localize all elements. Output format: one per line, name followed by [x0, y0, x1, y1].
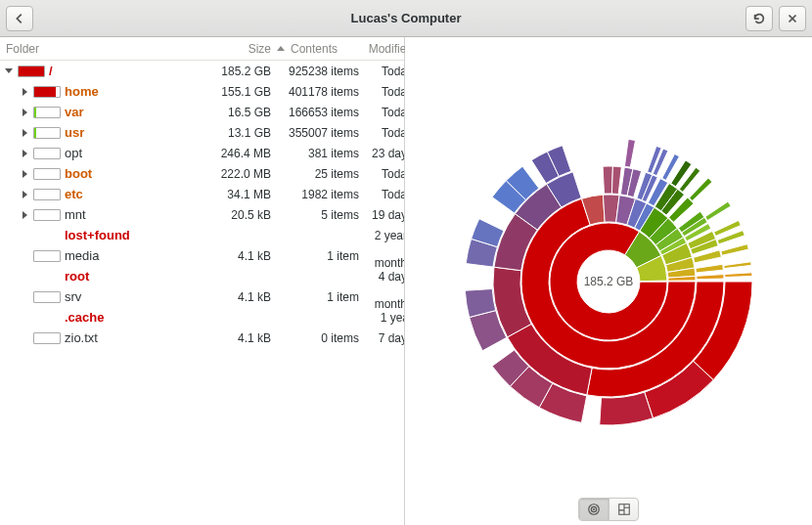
chart-segment[interactable]: [705, 201, 731, 220]
cell-contents: 1 item: [287, 249, 365, 263]
tree-row[interactable]: usr13.1 GB355007 itemsToday: [0, 122, 404, 143]
folder-tree-pane: Folder Size Contents Modified /185.2 GB9…: [0, 37, 405, 525]
folder-name: boot: [65, 166, 92, 181]
rings-view-icon: [587, 503, 601, 516]
cell-modified: 1 year: [365, 311, 404, 325]
folder-name: mnt: [65, 207, 86, 222]
usage-bar: [33, 86, 61, 98]
chevron-right-icon: [23, 191, 27, 198]
chart-segment[interactable]: [603, 166, 612, 194]
back-button[interactable]: [6, 6, 33, 31]
refresh-button[interactable]: [745, 6, 773, 31]
expander[interactable]: [4, 68, 14, 73]
chart-segment[interactable]: [624, 139, 635, 167]
usage-bar: [33, 127, 61, 139]
expander[interactable]: [20, 129, 29, 137]
cell-size: 155.1 GB: [214, 85, 275, 99]
folder-name: srv: [65, 289, 81, 304]
chevron-right-icon: [23, 150, 27, 157]
expander[interactable]: [20, 109, 29, 116]
tree-row[interactable]: zio.txt4.1 kB0 items7 days: [0, 328, 404, 348]
cell-modified: 4 months: [365, 242, 404, 270]
chevron-right-icon: [23, 170, 27, 178]
cell-modified: 23 days: [365, 147, 404, 160]
chart-segment[interactable]: [611, 166, 621, 194]
cell-size: 4.1 kB: [214, 249, 275, 263]
col-sort-indicator[interactable]: [275, 46, 287, 51]
tree-row[interactable]: lost+found2 years: [0, 225, 404, 245]
chevron-right-icon: [23, 109, 27, 116]
cell-size: 4.1 kB: [214, 331, 275, 345]
cell-size: 20.5 kB: [214, 208, 275, 222]
main-content: Folder Size Contents Modified /185.2 GB9…: [0, 37, 812, 525]
usage-bar: [33, 148, 61, 159]
chart-segment[interactable]: [696, 264, 723, 273]
tree-row[interactable]: boot222.0 MB25 itemsToday: [0, 163, 404, 184]
folder-name: .cache: [65, 310, 104, 325]
window-title: Lucas's Computer: [0, 11, 812, 25]
chart-segment[interactable]: [724, 261, 751, 268]
tree-row[interactable]: mnt20.5 kB5 items19 days: [0, 204, 404, 225]
expander[interactable]: [20, 170, 29, 178]
tree-row[interactable]: .cache1 year: [0, 307, 404, 328]
chart-segment[interactable]: [640, 281, 667, 282]
chart-segment[interactable]: [690, 178, 712, 200]
tree-row[interactable]: root4 days: [0, 266, 404, 286]
tree-row[interactable]: etc34.1 MB1982 itemsToday: [0, 184, 404, 204]
cell-contents: 925238 items: [287, 65, 365, 78]
cell-contents: 0 items: [287, 331, 365, 345]
cell-contents: 166653 items: [287, 106, 365, 119]
expander[interactable]: [20, 211, 29, 219]
folder-name: lost+found: [65, 228, 130, 242]
folder-name: root: [65, 269, 89, 284]
cell-size: 222.0 MB: [214, 167, 275, 181]
cell-modified: 2 years: [365, 229, 404, 242]
expander[interactable]: [20, 88, 29, 96]
col-header-folder[interactable]: Folder: [6, 42, 214, 56]
cell-modified: Today: [365, 167, 404, 181]
chevron-right-icon: [23, 211, 27, 219]
usage-bar: [33, 168, 61, 180]
tree-row[interactable]: home155.1 GB401178 itemsToday: [0, 81, 404, 102]
chart-segment[interactable]: [721, 243, 748, 255]
tree-row[interactable]: var16.5 GB166653 itemsToday: [0, 102, 404, 122]
cell-modified: 19 days: [365, 208, 404, 222]
usage-bar: [33, 209, 61, 221]
cell-size: 13.1 GB: [214, 126, 275, 140]
cell-modified: 4 days: [365, 270, 404, 284]
tree-row[interactable]: /185.2 GB925238 itemsToday: [0, 61, 404, 81]
folder-tree[interactable]: /185.2 GB925238 itemsTodayhome155.1 GB40…: [0, 61, 404, 525]
close-button[interactable]: [779, 6, 806, 31]
sunburst-chart[interactable]: 185.2 GB: [405, 37, 812, 525]
rings-view-button[interactable]: [579, 499, 609, 520]
treemap-view-button[interactable]: [609, 499, 638, 520]
cell-modified: Today: [365, 126, 404, 140]
folder-name: home: [65, 84, 99, 99]
chart-segment[interactable]: [725, 272, 752, 277]
folder-name: opt: [65, 146, 82, 160]
tree-row[interactable]: opt246.4 MB381 items23 days: [0, 143, 404, 163]
chevron-right-icon: [23, 88, 27, 96]
close-icon: [786, 12, 799, 25]
cell-size: 246.4 MB: [214, 147, 275, 160]
folder-name: etc: [65, 187, 83, 201]
tree-row[interactable]: media4.1 kB1 item4 months: [0, 245, 404, 266]
folder-name: usr: [65, 125, 84, 140]
usage-bar: [33, 189, 61, 200]
sort-ascending-icon: [277, 46, 285, 51]
cell-modified: Today: [365, 188, 404, 201]
col-header-size[interactable]: Size: [214, 42, 275, 56]
expander[interactable]: [20, 150, 29, 157]
col-header-contents[interactable]: Contents: [287, 42, 365, 56]
expander[interactable]: [20, 191, 29, 198]
chevron-right-icon: [23, 129, 27, 137]
cell-modified: Today: [365, 106, 404, 119]
cell-modified: Today: [365, 65, 404, 78]
folder-name: /: [49, 64, 53, 78]
cell-contents: 5 items: [287, 208, 365, 222]
chevron-left-icon: [13, 12, 26, 25]
folder-name: var: [65, 105, 84, 119]
tree-row[interactable]: srv4.1 kB1 item4 months: [0, 286, 404, 307]
chart-segment[interactable]: [697, 274, 724, 279]
cell-modified: 7 days: [365, 331, 404, 345]
